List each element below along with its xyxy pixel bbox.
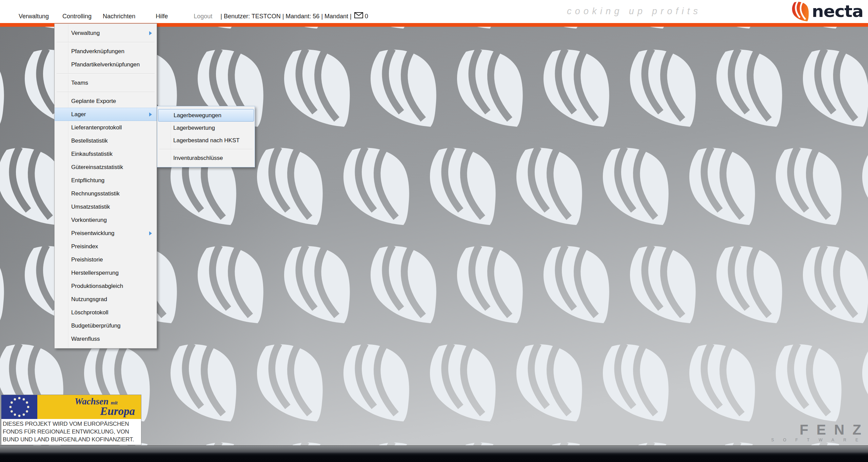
submenu-arrow-icon bbox=[149, 112, 152, 117]
menubar-item-controlling[interactable]: Controlling bbox=[62, 13, 92, 20]
menu-separator bbox=[55, 89, 157, 94]
eu-banner-title: Wachsen mit Europa bbox=[37, 395, 141, 419]
menu-item-pfandverknuepfungen[interactable]: Pfandverknüpfungen bbox=[55, 45, 157, 58]
fenz-watermark: FENZ SOFTWARE bbox=[771, 423, 868, 442]
brand-wordmark: necta bbox=[812, 2, 863, 21]
menu-item-einkaufsstatistik[interactable]: Einkaufsstatistik bbox=[55, 147, 157, 161]
menu-item-preishistorie[interactable]: Preishistorie bbox=[55, 253, 157, 266]
menu-item-guetereinsatzstatistik[interactable]: Gütereinsatzstatistik bbox=[55, 161, 157, 174]
menu-item-nutzungsgrad[interactable]: Nutzungsgrad bbox=[55, 293, 157, 306]
submenu-item-lagerbewegungen[interactable]: Lagerbewegungen bbox=[158, 109, 254, 122]
menu-separator bbox=[157, 147, 255, 152]
menu-item-teams[interactable]: Teams bbox=[55, 76, 157, 89]
necta-leaf-icon bbox=[790, 1, 809, 22]
menu-separator bbox=[55, 40, 157, 45]
menubar-item-nachrichten[interactable]: Nachrichten bbox=[103, 13, 135, 20]
user-info-text: | Benutzer: TESTCON | Mandant: 56 | Mand… bbox=[220, 13, 352, 20]
submenu-item-lagerbestand-nach-hkst[interactable]: Lagerbestand nach HKST bbox=[157, 134, 255, 147]
menu-item-budgetueberpruefung[interactable]: Budgetüberprüfung bbox=[55, 319, 157, 332]
menubar-item-hilfe[interactable]: Hilfe bbox=[156, 13, 168, 20]
submenu-arrow-icon bbox=[149, 231, 152, 235]
menu-item-geplante-exporte[interactable]: Geplante Exporte bbox=[55, 94, 157, 108]
menu-item-produktionsabgleich[interactable]: Produktionsabgleich bbox=[55, 279, 157, 293]
mail-icon[interactable] bbox=[354, 12, 363, 20]
submenu-item-inventurabschluesse[interactable]: Inventurabschlüsse bbox=[157, 152, 255, 164]
eu-funding-banner: Wachsen mit Europa DIESES PROJEKT WIRD V… bbox=[1, 395, 141, 445]
mail-count: 0 bbox=[365, 13, 368, 20]
fenz-subtitle-text: SOFTWARE bbox=[771, 438, 868, 442]
submenu-item-lagerbewertung[interactable]: Lagerbewertung bbox=[157, 122, 255, 134]
menu-item-verwaltung[interactable]: Verwaltung bbox=[55, 26, 157, 40]
eu-banner-text: DIESES PROJEKT WIRD VOM EUROPÄISCHEN FON… bbox=[1, 419, 141, 445]
eu-flag-icon bbox=[1, 395, 37, 419]
header-bar: Verwaltung Controlling Nachrichten Hilfe… bbox=[0, 0, 868, 23]
menu-item-umsatzstatistik[interactable]: Umsatzstatistik bbox=[55, 200, 157, 213]
menubar: Verwaltung Controlling Nachrichten Hilfe… bbox=[19, 12, 368, 20]
menu-item-vorkontierung[interactable]: Vorkontierung bbox=[55, 213, 157, 227]
menu-item-preisindex[interactable]: Preisindex bbox=[55, 240, 157, 253]
menu-item-loeschprotokoll[interactable]: Löschprotokoll bbox=[55, 306, 157, 319]
menu-item-bestellstatistik[interactable]: Bestellstatistik bbox=[55, 134, 157, 147]
logout-link[interactable]: Logout bbox=[194, 13, 212, 20]
tagline: cooking up profits bbox=[567, 6, 701, 17]
lager-submenu: Lagerbewegungen Lagerbewertung Lagerbest… bbox=[157, 106, 255, 167]
menu-item-preisentwicklung[interactable]: Preisentwicklung bbox=[55, 227, 157, 240]
submenu-arrow-icon bbox=[149, 31, 152, 35]
fenz-brand-text: FENZ bbox=[771, 423, 868, 437]
footer-bar bbox=[0, 445, 868, 462]
menu-item-lager[interactable]: Lager bbox=[55, 108, 157, 121]
menu-item-lieferantenprotokoll[interactable]: Lieferantenprotokoll bbox=[55, 121, 157, 134]
menu-item-warenfluss[interactable]: Warenfluss bbox=[55, 332, 157, 345]
menu-item-pfandartikelverknuepfungen[interactable]: Pfandartikelverknüpfungen bbox=[55, 58, 157, 71]
controlling-dropdown-menu: Verwaltung Pfandverknüpfungen Pfandartik… bbox=[54, 23, 157, 349]
menu-item-entpflichtung[interactable]: Entpflichtung bbox=[55, 174, 157, 187]
menubar-item-verwaltung[interactable]: Verwaltung bbox=[19, 13, 49, 20]
menu-separator bbox=[55, 71, 157, 76]
menu-item-rechnungsstatistik[interactable]: Rechnungsstatistik bbox=[55, 187, 157, 200]
necta-logo: necta bbox=[790, 1, 863, 22]
menu-item-herstellersperrung[interactable]: Herstellersperrung bbox=[55, 266, 157, 279]
